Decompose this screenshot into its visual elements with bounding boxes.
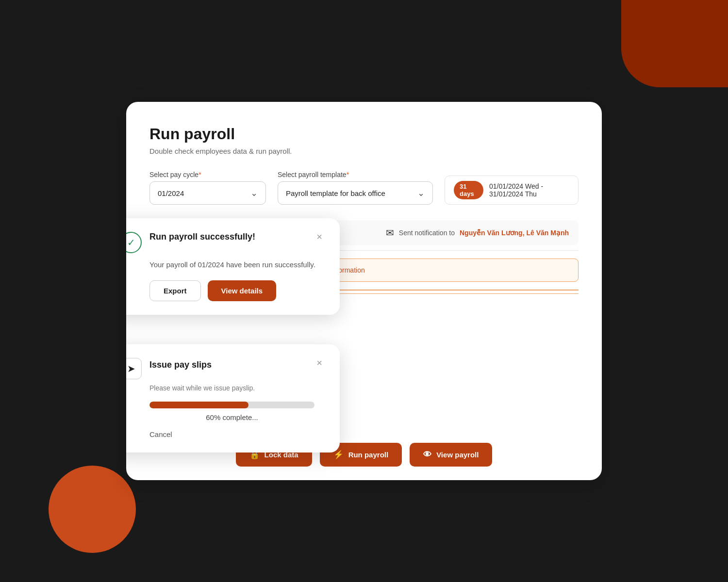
main-card: Run payroll Double check employees data … — [126, 102, 602, 480]
success-notif-header: ✓ Run payroll successfully! × — [126, 232, 324, 253]
template-group: Select payroll template* Payroll templat… — [278, 171, 433, 205]
payslip-card: ➤ Issue pay slips × Please wait while we… — [126, 344, 340, 453]
template-select[interactable]: Payroll template for back office ⌄ — [278, 181, 433, 205]
payslip-card-close-button[interactable]: × — [314, 358, 324, 368]
date-badge: 31 days 01/01/2024 Wed - 31/01/2024 Thu — [445, 176, 579, 205]
page-title: Run payroll — [149, 125, 579, 143]
payslip-subtitle: Please wait while we issue payslip. — [149, 384, 324, 392]
template-value: Payroll template for back office — [286, 189, 385, 197]
days-pill: 31 days — [454, 181, 483, 199]
template-label: Select payroll template* — [278, 171, 433, 178]
page-subtitle: Double check employees data & run payrol… — [149, 147, 579, 155]
progress-container: 60% complete... — [149, 402, 324, 421]
pay-cycle-label: Select pay cycle* — [149, 171, 266, 178]
date-range-text: 01/01/2024 Wed - 31/01/2024 Thu — [489, 182, 569, 198]
view-details-button[interactable]: View details — [208, 280, 277, 301]
view-payroll-label: View payroll — [436, 451, 479, 459]
notification-prefix: Sent notification to — [399, 229, 455, 237]
payslip-header: ➤ Issue pay slips × — [126, 358, 324, 379]
success-body: Your payroll of 01/2024 have been run su… — [149, 259, 324, 271]
template-chevron-icon: ⌄ — [417, 188, 425, 198]
success-title: Run payroll successfully! — [149, 232, 307, 242]
export-button[interactable]: Export — [149, 280, 201, 301]
eye-icon: 👁 — [423, 450, 431, 460]
success-card-close-button[interactable]: × — [314, 232, 324, 242]
notification-names: Nguyễn Văn Lương, Lê Văn Mạnh — [460, 229, 569, 237]
cancel-button[interactable]: Cancel — [149, 430, 172, 438]
success-notification-card: ✓ Run payroll successfully! × Your payro… — [126, 218, 340, 315]
progress-label: 60% complete... — [149, 413, 314, 421]
pay-cycle-select[interactable]: 01/2024 ⌄ — [149, 181, 266, 205]
view-payroll-button[interactable]: 👁 View payroll — [410, 443, 492, 467]
bg-decoration-top-right — [621, 0, 728, 87]
check-circle-icon: ✓ — [126, 232, 142, 253]
pay-cycle-chevron-icon: ⌄ — [250, 188, 258, 198]
form-row: Select pay cycle* 01/2024 ⌄ Select payro… — [149, 171, 579, 205]
run-payroll-label: Run payroll — [348, 451, 389, 459]
send-icon-box: ➤ — [126, 358, 142, 379]
pay-cycle-group: Select pay cycle* 01/2024 ⌄ — [149, 171, 266, 205]
progress-bar-fill — [149, 402, 248, 408]
bg-decoration-bottom-left — [49, 466, 136, 553]
success-actions: Export View details — [149, 280, 324, 301]
pay-cycle-value: 01/2024 — [158, 189, 184, 197]
progress-bar-bg — [149, 402, 314, 408]
checkmark-icon: ✓ — [127, 237, 135, 248]
bell-icon: ✉ — [386, 227, 394, 239]
send-icon: ➤ — [127, 363, 135, 374]
payslip-title: Issue pay slips — [149, 358, 307, 370]
